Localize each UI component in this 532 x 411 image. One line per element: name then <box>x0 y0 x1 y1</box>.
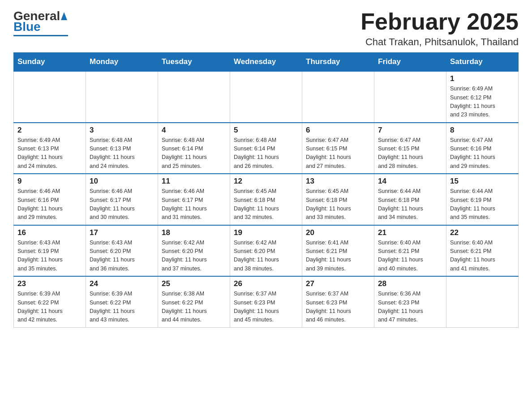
day-info: Sunrise: 6:47 AMSunset: 6:15 PMDaylight:… <box>306 136 370 171</box>
calendar-week-5: 23Sunrise: 6:39 AMSunset: 6:22 PMDayligh… <box>14 276 519 327</box>
table-row: 4Sunrise: 6:48 AMSunset: 6:14 PMDaylight… <box>158 123 230 174</box>
calendar-week-4: 16Sunrise: 6:43 AMSunset: 6:19 PMDayligh… <box>14 225 519 277</box>
table-row <box>230 71 302 123</box>
table-row: 19Sunrise: 6:42 AMSunset: 6:20 PMDayligh… <box>230 225 302 277</box>
day-number: 10 <box>90 177 154 186</box>
table-row: 1Sunrise: 6:49 AMSunset: 6:12 PMDaylight… <box>446 71 519 123</box>
day-info: Sunrise: 6:46 AMSunset: 6:17 PMDaylight:… <box>162 187 226 222</box>
day-number: 17 <box>90 228 154 237</box>
table-row: 11Sunrise: 6:46 AMSunset: 6:17 PMDayligh… <box>158 174 230 225</box>
day-number: 5 <box>234 126 298 135</box>
header-monday: Monday <box>86 53 158 72</box>
day-number: 27 <box>306 279 370 288</box>
calendar-week-2: 2Sunrise: 6:49 AMSunset: 6:13 PMDaylight… <box>14 123 519 174</box>
day-info: Sunrise: 6:47 AMSunset: 6:15 PMDaylight:… <box>378 136 442 171</box>
table-row: 23Sunrise: 6:39 AMSunset: 6:22 PMDayligh… <box>14 276 86 327</box>
day-info: Sunrise: 6:48 AMSunset: 6:14 PMDaylight:… <box>234 136 298 171</box>
day-number: 20 <box>306 228 370 237</box>
table-row <box>374 71 446 123</box>
day-info: Sunrise: 6:40 AMSunset: 6:21 PMDaylight:… <box>450 239 515 274</box>
table-row: 9Sunrise: 6:46 AMSunset: 6:16 PMDaylight… <box>14 174 86 225</box>
day-number: 7 <box>378 126 442 135</box>
day-number: 12 <box>234 177 298 186</box>
table-row: 6Sunrise: 6:47 AMSunset: 6:15 PMDaylight… <box>302 123 374 174</box>
table-row: 12Sunrise: 6:45 AMSunset: 6:18 PMDayligh… <box>230 174 302 225</box>
logo: General Blue <box>13 9 68 36</box>
day-number: 1 <box>450 74 515 83</box>
day-info: Sunrise: 6:42 AMSunset: 6:20 PMDaylight:… <box>234 239 298 274</box>
location-title: Chat Trakan, Phitsanulok, Thailand <box>360 36 519 48</box>
day-number: 11 <box>162 177 226 186</box>
table-row <box>446 276 519 327</box>
day-info: Sunrise: 6:40 AMSunset: 6:21 PMDaylight:… <box>378 239 442 274</box>
table-row <box>86 71 158 123</box>
table-row <box>302 71 374 123</box>
table-row: 3Sunrise: 6:48 AMSunset: 6:13 PMDaylight… <box>86 123 158 174</box>
svg-marker-0 <box>61 12 67 20</box>
day-info: Sunrise: 6:47 AMSunset: 6:16 PMDaylight:… <box>450 136 515 171</box>
table-row: 18Sunrise: 6:42 AMSunset: 6:20 PMDayligh… <box>158 225 230 277</box>
header-tuesday: Tuesday <box>158 53 230 72</box>
day-number: 25 <box>162 279 226 288</box>
day-info: Sunrise: 6:45 AMSunset: 6:18 PMDaylight:… <box>306 187 370 222</box>
table-row: 21Sunrise: 6:40 AMSunset: 6:21 PMDayligh… <box>374 225 446 277</box>
day-number: 23 <box>17 279 82 288</box>
header-thursday: Thursday <box>302 53 374 72</box>
header-saturday: Saturday <box>446 53 519 72</box>
day-number: 4 <box>162 126 226 135</box>
table-row: 7Sunrise: 6:47 AMSunset: 6:15 PMDaylight… <box>374 123 446 174</box>
table-row: 2Sunrise: 6:49 AMSunset: 6:13 PMDaylight… <box>14 123 86 174</box>
day-number: 21 <box>378 228 442 237</box>
header-friday: Friday <box>374 53 446 72</box>
day-info: Sunrise: 6:37 AMSunset: 6:23 PMDaylight:… <box>234 290 298 325</box>
logo-blue-text: Blue <box>13 20 41 34</box>
day-info: Sunrise: 6:41 AMSunset: 6:21 PMDaylight:… <box>306 239 370 274</box>
day-number: 22 <box>450 228 515 237</box>
day-info: Sunrise: 6:48 AMSunset: 6:14 PMDaylight:… <box>162 136 226 171</box>
header-sunday: Sunday <box>14 53 86 72</box>
day-number: 14 <box>378 177 442 186</box>
day-number: 28 <box>378 279 442 288</box>
table-row: 10Sunrise: 6:46 AMSunset: 6:17 PMDayligh… <box>86 174 158 225</box>
day-info: Sunrise: 6:36 AMSunset: 6:23 PMDaylight:… <box>378 290 442 325</box>
day-info: Sunrise: 6:39 AMSunset: 6:22 PMDaylight:… <box>90 290 154 325</box>
table-row: 8Sunrise: 6:47 AMSunset: 6:16 PMDaylight… <box>446 123 519 174</box>
table-row: 25Sunrise: 6:38 AMSunset: 6:22 PMDayligh… <box>158 276 230 327</box>
day-info: Sunrise: 6:46 AMSunset: 6:17 PMDaylight:… <box>90 187 154 222</box>
day-info: Sunrise: 6:45 AMSunset: 6:18 PMDaylight:… <box>234 187 298 222</box>
title-section: February 2025 Chat Trakan, Phitsanulok, … <box>360 9 519 48</box>
month-title: February 2025 <box>360 9 519 34</box>
day-info: Sunrise: 6:38 AMSunset: 6:22 PMDaylight:… <box>162 290 226 325</box>
day-number: 24 <box>90 279 154 288</box>
day-info: Sunrise: 6:46 AMSunset: 6:16 PMDaylight:… <box>17 187 82 222</box>
day-info: Sunrise: 6:37 AMSunset: 6:23 PMDaylight:… <box>306 290 370 325</box>
table-row: 22Sunrise: 6:40 AMSunset: 6:21 PMDayligh… <box>446 225 519 277</box>
day-number: 9 <box>17 177 82 186</box>
table-row: 17Sunrise: 6:43 AMSunset: 6:20 PMDayligh… <box>86 225 158 277</box>
header-wednesday: Wednesday <box>230 53 302 72</box>
table-row: 20Sunrise: 6:41 AMSunset: 6:21 PMDayligh… <box>302 225 374 277</box>
day-number: 6 <box>306 126 370 135</box>
day-info: Sunrise: 6:49 AMSunset: 6:13 PMDaylight:… <box>17 136 82 171</box>
table-row: 16Sunrise: 6:43 AMSunset: 6:19 PMDayligh… <box>14 225 86 277</box>
table-row: 5Sunrise: 6:48 AMSunset: 6:14 PMDaylight… <box>230 123 302 174</box>
table-row: 15Sunrise: 6:44 AMSunset: 6:19 PMDayligh… <box>446 174 519 225</box>
table-row: 26Sunrise: 6:37 AMSunset: 6:23 PMDayligh… <box>230 276 302 327</box>
calendar-week-3: 9Sunrise: 6:46 AMSunset: 6:16 PMDaylight… <box>14 174 519 225</box>
day-number: 2 <box>17 126 82 135</box>
day-info: Sunrise: 6:44 AMSunset: 6:19 PMDaylight:… <box>450 187 515 222</box>
table-row <box>158 71 230 123</box>
day-number: 18 <box>162 228 226 237</box>
page-header: General Blue February 2025 Chat Trakan, … <box>13 9 519 48</box>
day-info: Sunrise: 6:39 AMSunset: 6:22 PMDaylight:… <box>17 290 82 325</box>
day-number: 8 <box>450 126 515 135</box>
table-row: 27Sunrise: 6:37 AMSunset: 6:23 PMDayligh… <box>302 276 374 327</box>
day-info: Sunrise: 6:49 AMSunset: 6:12 PMDaylight:… <box>450 85 515 120</box>
table-row: 28Sunrise: 6:36 AMSunset: 6:23 PMDayligh… <box>374 276 446 327</box>
day-number: 15 <box>450 177 515 186</box>
day-info: Sunrise: 6:48 AMSunset: 6:13 PMDaylight:… <box>90 136 154 171</box>
day-info: Sunrise: 6:44 AMSunset: 6:18 PMDaylight:… <box>378 187 442 222</box>
calendar-table: Sunday Monday Tuesday Wednesday Thursday… <box>13 52 519 328</box>
logo-divider <box>13 35 68 36</box>
calendar-week-1: 1Sunrise: 6:49 AMSunset: 6:12 PMDaylight… <box>14 71 519 123</box>
